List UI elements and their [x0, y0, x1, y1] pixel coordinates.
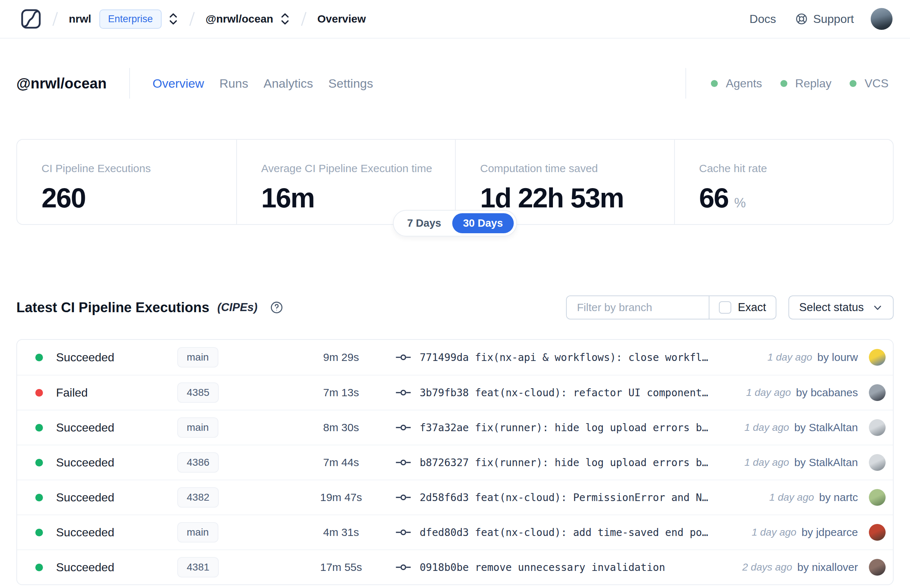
author-label: by StalkAltan [794, 422, 858, 434]
meta-cell: 1 day agoby lourw [767, 349, 886, 366]
time-ago-label: 1 day ago [769, 491, 814, 503]
author-avatar[interactable] [869, 419, 886, 436]
author-avatar[interactable] [869, 384, 886, 401]
status-dot [35, 354, 43, 361]
table-row[interactable]: Failed43857m 13s3b79fb38 feat(nx-cloud):… [17, 375, 893, 410]
breadcrumb-org[interactable]: nrwl [69, 13, 91, 25]
duration-label: 19m 47s [286, 491, 396, 504]
stats-section: CI Pipeline Executions 260 Average CI Pi… [16, 139, 894, 225]
commit-message[interactable]: 771499da fix(nx-api & workflows): close … [420, 352, 708, 363]
tab-runs[interactable]: Runs [220, 76, 248, 90]
status-dot [35, 459, 43, 467]
status-cell: Failed [35, 386, 177, 399]
meta-cell: 1 day agoby StalkAltan [744, 419, 886, 436]
author-avatar[interactable] [869, 559, 886, 576]
workspace-title: @nrwl/ocean [16, 75, 107, 92]
commit-cell: 0918b0be remove unnecessary invalidation [396, 561, 742, 573]
commit-message[interactable]: b8726327 fix(runner): hide log upload er… [420, 457, 708, 468]
nav-right: Docs Support [750, 8, 892, 30]
commit-icon [396, 493, 411, 502]
chevron-down-icon [873, 302, 883, 313]
branch-badge[interactable]: 4385 [177, 383, 219, 403]
commit-cell: 2d58f6d3 feat(nx-cloud): PermissionError… [396, 491, 769, 504]
status-cell: Succeeded [35, 491, 177, 504]
author-label: by StalkAltan [794, 456, 858, 468]
author-avatar[interactable] [869, 524, 886, 541]
status-label: Succeeded [56, 491, 114, 504]
table-row[interactable]: Succeededmain8m 30sf37a32ae fix(runner):… [17, 410, 893, 445]
status-label: Failed [56, 386, 88, 399]
status-label: Succeeded [56, 351, 114, 364]
branch-badge[interactable]: main [177, 347, 218, 367]
commit-icon [396, 388, 411, 397]
commit-cell: 771499da fix(nx-api & workflows): close … [396, 352, 767, 363]
status-indicators: AgentsReplayVCS [685, 68, 894, 99]
time-ago-label: 1 day ago [746, 387, 791, 399]
commit-message[interactable]: 3b79fb38 feat(nx-cloud): refactor UI com… [420, 387, 708, 399]
stat-value: 1d 22h 53m [480, 182, 624, 213]
branch-badge[interactable]: main [177, 417, 218, 438]
table-row[interactable]: Succeededmain9m 29s771499da fix(nx-api &… [17, 340, 893, 375]
exact-toggle[interactable]: Exact [710, 296, 776, 319]
status-cell: Succeeded [35, 526, 177, 539]
meta-cell: 1 day agoby jdpearce [752, 524, 886, 541]
cipe-section-title: Latest CI Pipeline Executions [16, 300, 209, 315]
commit-cell: dfed80d3 feat(nx-cloud): add time-saved … [396, 527, 752, 538]
tab-settings[interactable]: Settings [328, 76, 373, 90]
branch-badge[interactable]: 4386 [177, 452, 219, 473]
author-label: by nartc [819, 491, 858, 504]
branch-badge[interactable]: 4381 [177, 557, 219, 577]
author-avatar[interactable] [869, 489, 886, 506]
commit-message[interactable]: 0918b0be remove unnecessary invalidation [420, 561, 665, 573]
support-link[interactable]: Support [795, 12, 854, 26]
commit-message[interactable]: 2d58f6d3 feat(nx-cloud): PermissionError… [420, 491, 708, 504]
org-selector-button[interactable] [168, 12, 178, 26]
author-avatar[interactable] [869, 454, 886, 471]
author-avatar[interactable] [869, 349, 886, 366]
breadcrumb-slash [52, 12, 58, 26]
breadcrumb-slash [301, 12, 307, 26]
commit-message[interactable]: f37a32ae fix(runner): hide log upload er… [420, 422, 708, 434]
date-range-toggle: 7 Days30 Days [393, 210, 517, 236]
tab-analytics[interactable]: Analytics [263, 76, 313, 90]
status-dot [35, 564, 43, 571]
commit-message[interactable]: dfed80d3 feat(nx-cloud): add time-saved … [420, 527, 708, 538]
range-option-7-days[interactable]: 7 Days [396, 213, 452, 233]
exact-label: Exact [738, 301, 766, 314]
nx-cloud-logo-icon[interactable] [20, 8, 42, 29]
meta-cell: 1 day agoby bcabanes [746, 384, 886, 401]
cipe-section-title-suffix: (CIPEs) [217, 301, 257, 314]
cipe-filters: Exact Select status [566, 296, 894, 320]
indicator-dot [711, 80, 718, 87]
cipe-table: Succeededmain9m 29s771499da fix(nx-api &… [16, 339, 894, 585]
table-row[interactable]: Succeeded438117m 55s0918b0be remove unne… [17, 549, 893, 584]
workspace-selector-button[interactable] [280, 12, 290, 26]
table-row[interactable]: Succeededmain4m 31sdfed80d3 feat(nx-clou… [17, 515, 893, 549]
user-avatar[interactable] [871, 8, 892, 30]
stat-label: Average CI Pipeline Execution time [261, 162, 441, 174]
branch-filter-input[interactable] [567, 296, 709, 319]
duration-label: 17m 55s [286, 561, 396, 573]
status-label: Succeeded [56, 526, 114, 539]
meta-cell: 1 day agoby StalkAltan [744, 454, 886, 471]
table-row[interactable]: Succeeded43867m 44sb8726327 fix(runner):… [17, 445, 893, 480]
tab-overview[interactable]: Overview [152, 76, 204, 90]
docs-link[interactable]: Docs [750, 12, 776, 26]
commit-cell: 3b79fb38 feat(nx-cloud): refactor UI com… [396, 387, 746, 399]
stat-value: 260 [42, 182, 86, 213]
range-option-30-days[interactable]: 30 Days [452, 213, 514, 233]
indicator-label: VCS [865, 77, 889, 90]
commit-cell: f37a32ae fix(runner): hide log upload er… [396, 422, 744, 434]
author-label: by jdpearce [802, 526, 858, 538]
duration-label: 4m 31s [286, 526, 396, 538]
help-icon[interactable] [270, 300, 284, 314]
branch-badge[interactable]: main [177, 522, 218, 543]
breadcrumb-workspace[interactable]: @nrwl/ocean [206, 13, 273, 25]
author-label: by lourw [817, 351, 858, 363]
branch-badge[interactable]: 4382 [177, 487, 219, 507]
indicator-label: Agents [726, 77, 762, 90]
select-status-dropdown[interactable]: Select status [789, 296, 894, 320]
table-row[interactable]: Succeeded438219m 47s2d58f6d3 feat(nx-clo… [17, 480, 893, 515]
time-ago-label: 1 day ago [752, 527, 797, 538]
exact-checkbox[interactable] [719, 301, 731, 313]
